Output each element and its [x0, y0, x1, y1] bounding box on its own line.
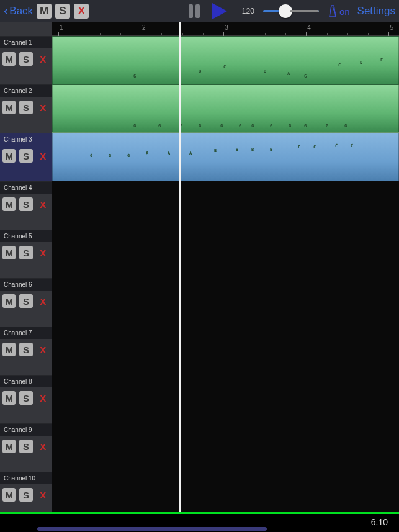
channel-sidebar: Channel 1MSXChannel 2MSXChannel 3MSXChan… [0, 22, 52, 512]
note: C [338, 63, 341, 68]
channel-delete-button[interactable]: X [37, 488, 50, 502]
horizontal-scrollbar[interactable] [37, 527, 267, 531]
channel-2[interactable]: Channel 2MSX [0, 84, 52, 133]
channel-7[interactable]: Channel 7MSX [0, 327, 52, 375]
note: G [158, 124, 161, 128]
settings-button[interactable]: Settings [357, 5, 395, 17]
channel-mute-button[interactable]: M [2, 197, 16, 211]
track-area[interactable]: 12345 GBCBAGCDEGGGGGGGGGGGGGGGAAABBBBCCC… [52, 22, 399, 512]
note: B [236, 147, 238, 152]
channel-solo-button[interactable]: S [19, 488, 32, 502]
metronome-state: on [339, 6, 350, 17]
channel-6[interactable]: Channel 6MSX [0, 278, 52, 327]
note: G [239, 124, 241, 128]
channel-mute-button[interactable]: M [2, 391, 16, 405]
channel-solo-button[interactable]: S [19, 197, 32, 211]
note: G [304, 74, 307, 79]
channel-label: Channel 8 [0, 376, 52, 387]
note: C [313, 145, 316, 150]
channel-delete-button[interactable]: X [37, 101, 50, 114]
slider-thumb[interactable] [279, 4, 292, 18]
channel-9[interactable]: Channel 9MSX [0, 423, 52, 472]
clip[interactable]: GGGAAABBBBCCCC [52, 133, 399, 181]
channel-5[interactable]: Channel 5MSX [0, 230, 52, 278]
channel-3[interactable]: Channel 3MSX [0, 133, 52, 181]
channel-mute-button[interactable]: M [2, 488, 16, 502]
note: G [199, 124, 201, 128]
channel-mute-button[interactable]: M [2, 246, 16, 259]
metronome-toggle[interactable]: on [328, 4, 350, 18]
timeline-ruler[interactable]: 12345 [52, 22, 399, 36]
channel-4[interactable]: Channel 4MSX [0, 181, 52, 230]
back-button[interactable]: ‹ Back [4, 4, 33, 18]
channel-mute-button[interactable]: M [2, 440, 16, 453]
version-label: 6.10 [371, 517, 388, 527]
channel-solo-button[interactable]: S [19, 101, 32, 114]
channel-solo-button[interactable]: S [19, 52, 32, 66]
channel-8[interactable]: Channel 8MSX [0, 375, 52, 423]
track-row-3[interactable]: GGGAAABBBBCCCC [52, 133, 399, 181]
progress-bar[interactable] [0, 512, 399, 514]
channel-delete-button[interactable]: X [37, 440, 50, 453]
play-button[interactable] [212, 3, 227, 19]
track-row-2[interactable]: GGGGGGGGGGGG [52, 84, 399, 133]
channel-label: Channel 5 [0, 230, 52, 242]
channel-solo-button[interactable]: S [19, 149, 32, 163]
clip[interactable]: GBCBAGCDE [52, 36, 399, 84]
channel-delete-button[interactable]: X [37, 52, 50, 66]
channel-mute-button[interactable]: M [2, 101, 16, 114]
channel-delete-button[interactable]: X [37, 197, 50, 211]
note: B [251, 147, 254, 152]
note: B [214, 148, 217, 153]
playhead-line [181, 165, 181, 512]
channel-1[interactable]: Channel 1MSX [0, 36, 52, 84]
channel-mute-button[interactable]: M [2, 294, 16, 308]
note: G [251, 124, 254, 128]
channel-mute-button[interactable]: M [2, 52, 16, 66]
global-mute-button[interactable]: M [37, 4, 52, 19]
back-label: Back [9, 5, 33, 17]
channel-delete-button[interactable]: X [37, 149, 50, 163]
note: G [289, 124, 291, 128]
tempo-slider[interactable] [263, 10, 319, 12]
metronome-icon [328, 4, 338, 18]
main-area: Channel 1MSXChannel 2MSXChannel 3MSXChan… [0, 22, 399, 512]
channel-label: Channel 9 [0, 424, 52, 436]
note: G [344, 124, 347, 128]
tempo-value[interactable]: 120 [242, 7, 254, 16]
note: A [146, 151, 148, 156]
pause-button[interactable] [189, 4, 200, 18]
note: B [264, 69, 266, 74]
channel-delete-button[interactable]: X [37, 294, 50, 308]
note: A [189, 151, 192, 156]
note: G [270, 124, 272, 128]
global-delete-button[interactable]: X [74, 4, 89, 19]
note: G [220, 124, 223, 128]
channel-label: Channel 6 [0, 279, 52, 291]
channel-solo-button[interactable]: S [19, 391, 32, 405]
top-toolbar: ‹ Back M S X 120 on Settings [0, 0, 399, 22]
channel-solo-button[interactable]: S [19, 343, 32, 356]
channel-solo-button[interactable]: S [19, 294, 32, 308]
channel-label: Channel 10 [0, 472, 52, 484]
note: G [304, 124, 307, 128]
channel-solo-button[interactable]: S [19, 246, 32, 259]
channel-mute-button[interactable]: M [2, 149, 16, 163]
channel-delete-button[interactable]: X [37, 343, 50, 356]
note: B [270, 147, 272, 152]
note: G [109, 153, 111, 158]
channel-delete-button[interactable]: X [37, 246, 50, 259]
channel-label: Channel 1 [0, 37, 52, 48]
global-solo-button[interactable]: S [55, 4, 70, 19]
note: A [168, 151, 170, 156]
bottom-bar: 6.10 [0, 512, 399, 532]
note: B [199, 69, 201, 74]
note: C [351, 143, 353, 148]
channel-solo-button[interactable]: S [19, 440, 32, 453]
track-row-1[interactable]: GBCBAGCDE [52, 36, 399, 84]
channel-delete-button[interactable]: X [37, 391, 50, 405]
channel-label: Channel 7 [0, 327, 52, 339]
note: G [127, 153, 130, 158]
clip[interactable]: GGGGGGGGGGGG [52, 84, 399, 133]
channel-mute-button[interactable]: M [2, 343, 16, 356]
